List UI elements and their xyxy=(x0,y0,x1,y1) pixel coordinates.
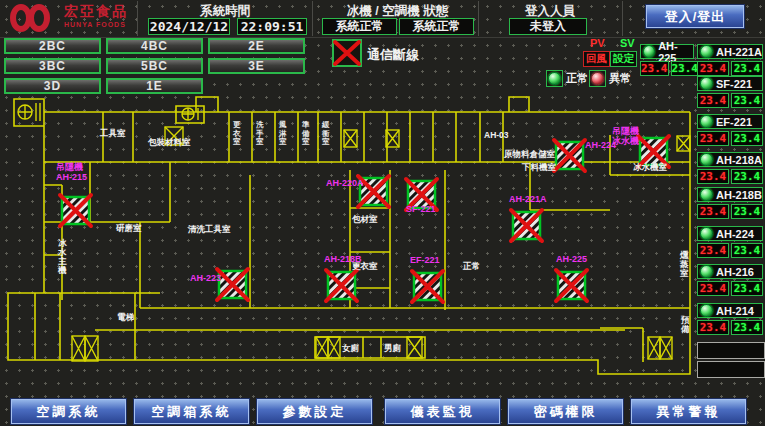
room-label: 冰水機室 xyxy=(633,162,668,172)
sv-value: 23.4 xyxy=(731,169,763,184)
room-label-vertical: 準備室 xyxy=(301,120,310,146)
sv-name-label: 設定 xyxy=(610,51,637,67)
status-led-icon xyxy=(700,304,713,317)
monitor-item-ef-221[interactable]: EF-221 xyxy=(697,114,763,129)
equipment-marker-冰水機[interactable]: 吊隱機冰水機 xyxy=(612,126,669,167)
equipment-label: SF-221 xyxy=(406,204,436,214)
equipment-marker-AH-223[interactable]: AH-223 xyxy=(190,269,248,300)
equipment-marker-EF-221[interactable]: EF-221 xyxy=(410,255,443,302)
room-label: 女廁 xyxy=(341,343,360,353)
pv-value: 23.4 xyxy=(697,204,729,219)
nav-button-5[interactable]: 密碼權限 xyxy=(508,399,623,424)
legend-normal: 正常 xyxy=(546,70,588,87)
floor-button-1e[interactable]: 1E xyxy=(106,78,203,94)
pv-value: 23.4 xyxy=(697,131,729,146)
status-led-icon xyxy=(643,45,655,58)
shaft-x-icon xyxy=(316,337,328,358)
stairs-icon xyxy=(18,103,40,121)
equipment-label: AH-220A xyxy=(326,178,364,188)
brand-name-en: HUNYA FOODS xyxy=(64,21,128,28)
monitor-item-values: 23.423.4 xyxy=(697,131,763,146)
sv-value: 23.4 xyxy=(731,61,763,76)
room-label: 更衣室 xyxy=(352,261,378,271)
room-label: 研磨室 xyxy=(115,223,142,233)
monitor-item-name: AH-218B xyxy=(716,189,762,201)
pv-value: 23.4 xyxy=(697,93,729,108)
nav-wrap: 密碼權限 xyxy=(507,398,624,425)
nav-button-4[interactable]: 儀表監視 xyxy=(385,399,500,424)
equipment-label: AH-225 xyxy=(556,254,587,264)
equipment-marker-AH-221A[interactable]: AH-221A xyxy=(509,194,547,241)
monitor-item-ah-224[interactable]: AH-224 xyxy=(697,226,763,241)
nav-button-6[interactable]: 異常警報 xyxy=(631,399,746,424)
logo-icon xyxy=(8,3,60,33)
floor-button-3bc[interactable]: 3BC xyxy=(4,58,101,74)
floor-button-2e[interactable]: 2E xyxy=(208,38,305,54)
monitor-item-ah-218b[interactable]: AH-218B xyxy=(697,187,763,202)
sv-value: 23.4 xyxy=(731,243,763,258)
room-label: 包材室 xyxy=(351,214,378,224)
floor-button-3d[interactable]: 3D xyxy=(4,78,101,94)
monitor-item-ah-218a[interactable]: AH-218A xyxy=(697,152,763,167)
monitor-item-ah-214[interactable]: AH-214 xyxy=(697,303,763,318)
monitor-item-values: 23.423.4 xyxy=(697,320,763,335)
equipment-label: AH-221A xyxy=(509,194,547,204)
sv-value: 23.4 xyxy=(731,281,763,296)
monitor-item-ah-225[interactable]: AH-225 xyxy=(640,44,694,59)
shaft-x-icon xyxy=(386,130,399,147)
nav-button-2[interactable]: 空調箱系統 xyxy=(134,399,249,424)
nav-button-1[interactable]: 空調系統 xyxy=(11,399,126,424)
system-date-value: 2024/12/12 xyxy=(148,18,230,35)
system-clock-value: 22:09:51 xyxy=(237,18,307,35)
login-logout-button[interactable]: 登入/登出 xyxy=(646,5,744,28)
room-label: 燻蒸室 xyxy=(679,250,689,278)
equipment-marker-SF-221[interactable]: SF-221 xyxy=(406,179,437,214)
equipment-marker-AH-220A[interactable]: AH-220A xyxy=(326,176,389,207)
floor-button-2bc[interactable]: 2BC xyxy=(4,38,101,54)
pv-value: 23.4 xyxy=(697,320,729,335)
monitor-item-ah-216[interactable]: AH-216 xyxy=(697,264,763,279)
room-label: 下料機室 xyxy=(521,162,557,172)
room-label: 包裝材料室 xyxy=(147,137,191,147)
equipment-marker-AH-215[interactable]: 吊隱機AH-215 xyxy=(56,162,91,226)
map-walls xyxy=(8,97,690,374)
monitor-item-name: EF-221 xyxy=(716,116,752,128)
equipment-marker-AH-224[interactable]: AH-224 xyxy=(554,140,616,171)
floor-button-3e[interactable]: 3E xyxy=(208,58,305,74)
shaft-x-icon xyxy=(660,337,672,359)
shaft-x-icon xyxy=(407,337,422,358)
room-label: AH-03 xyxy=(484,130,509,140)
monitor-item-values: 23.423.4 xyxy=(640,61,694,76)
room-label: 電梯 xyxy=(117,312,135,322)
pv-value: 23.4 xyxy=(640,61,669,76)
pv-label: PV xyxy=(590,37,605,49)
status-led-icon xyxy=(700,227,713,240)
room-label-vertical: 更衣室 xyxy=(232,120,241,146)
shaft-x-icon xyxy=(72,336,85,361)
equipment-label: EF-221 xyxy=(410,255,440,265)
monitor-item-name: AH-225 xyxy=(658,40,693,64)
floor-button-4bc[interactable]: 4BC xyxy=(106,38,203,54)
status-led-icon xyxy=(700,77,713,90)
monitor-item-ah-221a[interactable]: AH-221A xyxy=(697,44,763,59)
sv-label: SV xyxy=(620,37,635,49)
status-led-icon xyxy=(700,153,713,166)
floor-button-5bc[interactable]: 5BC xyxy=(106,58,203,74)
equipment-marker-AH-225[interactable]: AH-225 xyxy=(556,254,587,301)
status-led-icon xyxy=(700,115,713,128)
chiller-status-value: 系統正常 xyxy=(322,18,397,35)
sv-value: 23.4 xyxy=(731,131,763,146)
room-label: 冰水主機 xyxy=(57,238,67,275)
monitor-empty-slot xyxy=(697,361,765,378)
nav-wrap: 異常警報 xyxy=(630,398,747,425)
abnormal-led-icon xyxy=(589,70,606,87)
nav-wrap: 參數設定 xyxy=(256,398,373,425)
monitor-item-name: AH-218A xyxy=(716,154,762,166)
comm-loss-label: 通信斷線 xyxy=(367,46,419,64)
monitor-item-values: 23.423.4 xyxy=(697,169,763,184)
nav-button-3[interactable]: 參數設定 xyxy=(257,399,372,424)
room-label-vertical: 風淋室 xyxy=(278,120,287,146)
shaft-x-icon xyxy=(648,337,660,359)
monitor-item-sf-221[interactable]: SF-221 xyxy=(697,76,763,91)
room-label-vertical: 洗手室 xyxy=(255,120,264,146)
